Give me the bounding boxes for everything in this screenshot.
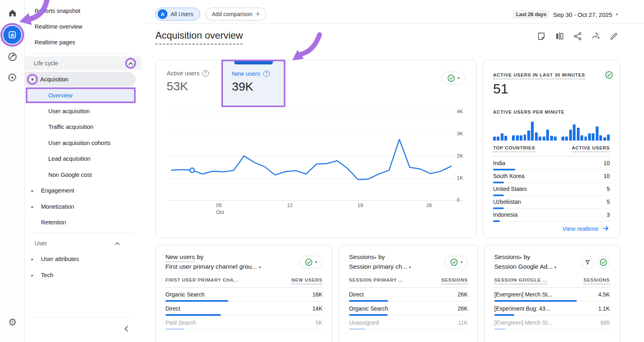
collapse-nav-button[interactable] bbox=[121, 323, 132, 334]
table-row: [Experiment Bug: 43...1.1K bbox=[494, 302, 610, 316]
date-preset-badge: Last 28 days bbox=[513, 10, 549, 19]
data-quality-pill[interactable]: ▾ bbox=[444, 256, 468, 269]
table-row: Direct14K bbox=[165, 302, 322, 316]
metric-new-users-selected[interactable]: New users? 39K bbox=[221, 60, 285, 107]
caret-down-icon: ▾ bbox=[554, 265, 556, 269]
caret-down-icon: ▾ bbox=[458, 76, 460, 80]
check-circle-icon[interactable] bbox=[597, 256, 610, 269]
table-row: [Evergreen] Merch St...4.5K bbox=[494, 288, 610, 302]
date-range-picker[interactable]: Last 28 days Sep 30 - Oct 27, 2025 ▾ bbox=[513, 10, 618, 19]
y-axis-tick: 1K bbox=[457, 175, 471, 181]
share-icon[interactable] bbox=[573, 31, 582, 41]
metric-dropdown[interactable]: Sessions▾by bbox=[494, 253, 530, 261]
check-circle-icon bbox=[304, 258, 313, 267]
plus-icon: + bbox=[256, 10, 260, 19]
filter-icon[interactable] bbox=[581, 256, 594, 269]
active-users-value: 53K bbox=[167, 79, 209, 93]
data-quality-pill[interactable]: ▾ bbox=[442, 72, 465, 85]
y-axis-tick: 4K bbox=[457, 109, 471, 114]
caret-down-icon: ▾ bbox=[259, 265, 261, 269]
nav-item-lead-acquisition[interactable]: Lead acquisition bbox=[48, 155, 91, 162]
nav-item-monetization[interactable]: ▸ Monetization bbox=[41, 203, 74, 210]
annotation-circle-collapse bbox=[125, 58, 136, 69]
country-row: South Korea10 bbox=[493, 170, 610, 182]
nav-item-non-google-cost[interactable]: Non Google cost bbox=[48, 172, 92, 178]
realtime-title: ACTIVE USERS IN LAST 30 MINUTES bbox=[493, 73, 585, 79]
metric-dropdown[interactable]: Sessions▾by bbox=[349, 253, 385, 261]
chevron-up-icon bbox=[115, 242, 120, 245]
sessions-by-google-ads-card: Sessions▾by Session Google Ad... ▾ SESSI… bbox=[484, 245, 620, 342]
table-row: Unassigned11K bbox=[349, 316, 468, 330]
metric-active-users[interactable]: Active users? 53K bbox=[167, 70, 209, 93]
nav-item-engagement[interactable]: ▸ Engagement bbox=[41, 187, 74, 194]
note-icon[interactable] bbox=[537, 31, 546, 41]
campaign-table: [Evergreen] Merch St...4.5K [Experiment … bbox=[494, 288, 610, 330]
compare-icon[interactable] bbox=[555, 31, 564, 41]
x-axis-tick: 05Oct bbox=[216, 202, 224, 216]
advertising-icon[interactable] bbox=[7, 72, 18, 83]
nav-item-retention[interactable]: Retention bbox=[41, 219, 66, 226]
arrow-right-icon bbox=[602, 224, 610, 232]
caret-right-icon: ▸ bbox=[31, 204, 34, 209]
view-realtime-link[interactable]: View realtime bbox=[562, 224, 610, 232]
nav-item-reports-snapshot[interactable]: Reports snapshot bbox=[35, 8, 80, 14]
divider bbox=[493, 156, 610, 156]
insights-icon[interactable] bbox=[591, 31, 601, 41]
data-quality-pill[interactable]: ▾ bbox=[299, 256, 322, 269]
caret-down-icon: ▾ bbox=[520, 255, 522, 260]
nav-item-user-acquisition-cohorts[interactable]: User acquisition cohorts bbox=[48, 140, 111, 146]
check-circle-icon bbox=[450, 258, 458, 267]
nav-item-user-acquisition[interactable]: User acquisition bbox=[48, 108, 90, 114]
nav-item-traffic-acquisition[interactable]: Traffic acquisition bbox=[48, 124, 93, 130]
explore-icon[interactable] bbox=[7, 51, 18, 62]
annotation-arrow-to-new-users bbox=[301, 35, 320, 54]
nav-item-realtime-pages[interactable]: Realtime pages bbox=[35, 39, 75, 46]
country-row: Indonesia3 bbox=[493, 208, 610, 221]
caret-down-icon: ▾ bbox=[31, 77, 34, 81]
caret-down-icon: ▾ bbox=[616, 12, 618, 17]
x-axis-tick: 26 bbox=[426, 202, 432, 209]
edit-icon[interactable] bbox=[609, 31, 619, 41]
reports-nav-icon[interactable] bbox=[3, 26, 21, 44]
nav-section-life-cycle[interactable]: Life cycle bbox=[25, 56, 142, 70]
settings-icon[interactable]: ⚙ bbox=[7, 317, 18, 328]
add-comparison-button[interactable]: Add comparison + bbox=[206, 8, 266, 21]
table-row: Organic Search16K bbox=[165, 288, 322, 302]
caret-right-icon: ▸ bbox=[31, 257, 34, 262]
realtime-card: ACTIVE USERS IN LAST 30 MINUTES 51 ACTIV… bbox=[483, 60, 620, 238]
app-rail: ⚙ bbox=[0, 0, 25, 342]
help-icon[interactable]: ? bbox=[263, 70, 270, 77]
users-trend-card: Active users? 53K New users? 39K ▾ 4K 3K… bbox=[155, 60, 477, 238]
y-axis-tick: 3K bbox=[457, 131, 471, 137]
caret-down-icon: ▾ bbox=[374, 255, 376, 260]
nav-item-realtime-overview[interactable]: Realtime overview bbox=[35, 23, 82, 30]
x-axis-tick: 12 bbox=[287, 202, 293, 209]
caret-right-icon: ▸ bbox=[31, 273, 34, 278]
table-row: Paid Search5K bbox=[165, 316, 322, 330]
caret-down-icon: ▾ bbox=[315, 260, 317, 264]
home-icon[interactable] bbox=[7, 7, 18, 19]
help-icon[interactable]: ? bbox=[202, 70, 209, 77]
selected-metric-indicator bbox=[234, 61, 273, 64]
check-circle-icon bbox=[447, 74, 456, 83]
nav-item-acquisition[interactable]: ▾ Acquisition bbox=[25, 72, 136, 87]
new-users-value: 39K bbox=[232, 80, 284, 93]
country-row: India10 bbox=[493, 157, 610, 170]
caret-down-icon: ▾ bbox=[409, 265, 411, 269]
dimension-dropdown[interactable]: Session primary ch... ▾ bbox=[349, 263, 411, 270]
country-row: Uzbekistan5 bbox=[493, 195, 610, 208]
nav-divider bbox=[31, 317, 132, 317]
check-circle-icon[interactable] bbox=[604, 70, 614, 80]
channel-table: Direct26K Organic Search26K Unassigned11… bbox=[349, 288, 468, 330]
nav-item-tech[interactable]: ▸ Tech bbox=[41, 272, 54, 278]
dimension-dropdown[interactable]: First user primary channel grou... ▾ bbox=[165, 263, 261, 270]
dimension-dropdown[interactable]: Session Google Ad... ▾ bbox=[494, 263, 556, 270]
nav-item-user-attributes[interactable]: ▸ User attributes bbox=[41, 256, 79, 262]
active-users-30min-value: 51 bbox=[493, 81, 508, 97]
nav-item-overview-selected[interactable]: Overview bbox=[26, 87, 136, 103]
page-title: Acquisition overview bbox=[155, 30, 243, 41]
active-users-header: ACTIVE USERS bbox=[572, 145, 610, 152]
y-axis-tick: 0 bbox=[457, 197, 471, 203]
all-users-segment-chip[interactable]: A All Users bbox=[155, 8, 200, 21]
report-toolbar bbox=[537, 31, 619, 41]
